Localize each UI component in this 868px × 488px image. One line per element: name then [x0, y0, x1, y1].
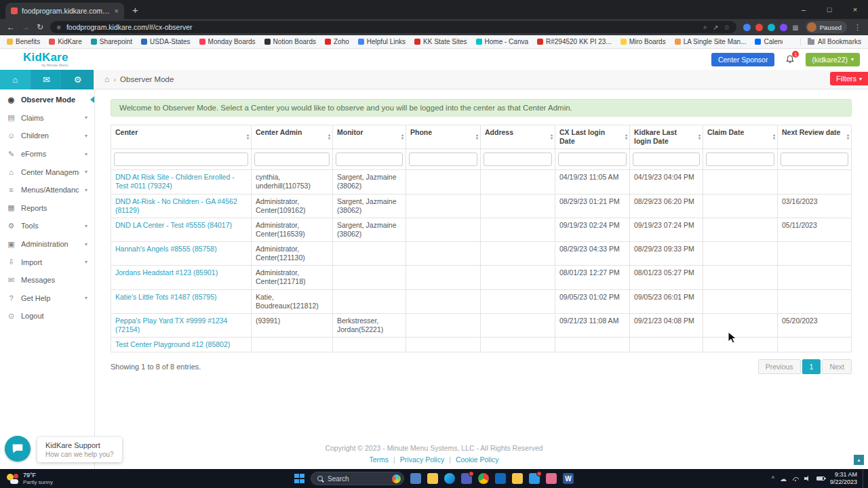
bookmark-sharepoint[interactable]: Sharepoint — [91, 38, 132, 45]
bookmark-zoho[interactable]: Zoho — [325, 38, 349, 45]
sidebar-item-center-management[interactable]: ⌂Center Management▾ — [0, 163, 94, 181]
bookmark-benefits[interactable]: Benefits — [7, 38, 40, 45]
onedrive-icon[interactable]: ☁ — [780, 475, 787, 483]
bookmark-kidkare[interactable]: KidKare — [49, 38, 82, 45]
scroll-to-top-button[interactable]: ▴ — [854, 455, 864, 465]
filter-input-claim-date[interactable] — [706, 152, 774, 166]
minimize-icon[interactable]: – — [791, 5, 816, 14]
filter-input-kidkare-last-login-date[interactable] — [633, 152, 700, 166]
center-link[interactable]: Hannah's Angels #8555 (85758) — [115, 245, 217, 253]
extension-icon[interactable] — [768, 24, 775, 31]
footer-link-cookie-policy[interactable]: Cookie Policy — [456, 455, 499, 464]
filter-input-monitor[interactable] — [336, 152, 403, 166]
sidebar-item-eforms[interactable]: ✎eForms▾ — [0, 145, 94, 163]
search-tabs-icon[interactable]: ⌕ — [703, 23, 707, 31]
paint-icon[interactable] — [546, 473, 557, 484]
sidebar-item-tools[interactable]: ⚙Tools▾ — [0, 217, 94, 235]
footer-link-terms[interactable]: Terms — [369, 455, 389, 464]
show-desktop-button[interactable] — [863, 469, 865, 488]
sidebar-item-messages[interactable]: ✉Messages — [0, 271, 94, 289]
profile-badge[interactable]: Paused — [806, 21, 847, 33]
center-link[interactable]: DND At-Risk - No Children - GA #4562 (81… — [115, 197, 237, 214]
sidebar-item-claims[interactable]: ▤Claims▾ — [0, 109, 94, 127]
sidebar-item-logout[interactable]: ⊙Logout — [0, 307, 94, 325]
outlook-icon[interactable] — [495, 473, 506, 484]
back-icon[interactable]: ← — [7, 22, 15, 32]
center-link[interactable]: DND At Risk Site - Children Enrolled - T… — [115, 173, 235, 190]
forward-icon[interactable]: → — [22, 22, 30, 32]
sidebar-item-administration[interactable]: ▣Administration▾ — [0, 235, 94, 253]
filter-input-center[interactable] — [114, 152, 248, 166]
column-header-center[interactable]: Center▴▾ — [111, 125, 252, 149]
extension-icon[interactable] — [755, 24, 763, 31]
sidebar-item-get-help[interactable]: ?Get Help▾ — [0, 289, 94, 308]
column-header-monitor[interactable]: Monitor▴▾ — [333, 125, 406, 149]
column-header-phone[interactable]: Phone▴▾ — [406, 125, 481, 149]
previous-page-button[interactable]: Previous — [758, 359, 801, 374]
all-bookmarks-button[interactable]: All Bookmarks — [800, 38, 861, 45]
bookmark-kk-state-sites[interactable]: KK State Sites — [414, 38, 467, 45]
tab-close-icon[interactable]: × — [115, 7, 119, 15]
center-link[interactable]: Jordans Headstart #123 (85901) — [115, 268, 218, 277]
chrome-icon[interactable] — [478, 473, 489, 484]
site-settings-icon[interactable]: ≡ — [57, 24, 61, 31]
browser-menu-icon[interactable]: ⋮ — [854, 23, 861, 32]
bookmark-miro-boards[interactable]: Miro Boards — [620, 38, 666, 45]
nav-home-tile[interactable]: ⌂ — [0, 70, 31, 89]
next-page-button[interactable]: Next — [822, 359, 852, 374]
wifi-icon[interactable] — [792, 476, 799, 481]
bookmark-r-294520-kk-pi-23[interactable]: R#294520 KK PI 23... — [537, 38, 612, 45]
nav-settings-tile[interactable]: ⚙ — [62, 70, 94, 89]
center-link[interactable]: DND LA Center - Test #5555 (84017) — [115, 221, 232, 229]
extension-icon[interactable] — [743, 24, 751, 31]
bookmark-notion-boards[interactable]: Notion Boards — [264, 38, 316, 45]
new-tab-button[interactable]: + — [132, 4, 138, 16]
task-view-icon[interactable] — [410, 473, 421, 484]
refresh-icon[interactable]: ↻ — [37, 22, 43, 32]
sidebar-item-children[interactable]: ☺Children▾ — [0, 127, 94, 145]
filter-input-next-review-date[interactable] — [781, 152, 848, 166]
column-header-claim-date[interactable]: Claim Date▴▾ — [703, 125, 778, 149]
filter-input-address[interactable] — [484, 152, 552, 166]
bookmark-home-canva[interactable]: Home - Canva — [476, 38, 528, 45]
url-field[interactable]: ≡ foodprogram.kidkare.com/#/cx-observer … — [50, 21, 736, 33]
bookmark-usda-states[interactable]: USDA-States — [141, 38, 190, 45]
volume-icon[interactable] — [804, 476, 811, 481]
column-header-next-review-date[interactable]: Next Review date▴▾ — [778, 125, 852, 149]
filters-button[interactable]: Filters ▾ — [830, 72, 868, 85]
filter-input-center-admin[interactable] — [254, 152, 330, 166]
center-link[interactable]: Peppa's Play Yard TX #9999 #1234 (72154) — [115, 317, 227, 333]
sidebar-item-reports[interactable]: ▦Reports — [0, 199, 94, 218]
file-explorer-icon[interactable] — [427, 473, 438, 484]
photos-icon[interactable] — [529, 473, 540, 484]
chat-button[interactable] — [5, 436, 31, 462]
weather-widget[interactable]: 79°F Partly sunny — [0, 472, 60, 485]
nav-messages-tile[interactable]: ✉ — [31, 70, 62, 89]
tray-expand-icon[interactable]: ^ — [772, 475, 774, 482]
bookmark-calendly[interactable]: Calendly — [755, 38, 783, 45]
share-icon[interactable]: ↗ — [713, 24, 718, 31]
center-sponsor-button[interactable]: Center Sponsor — [711, 53, 775, 66]
column-header-kidkare-last-login-date[interactable]: Kidkare Last login Date▴▾ — [630, 125, 703, 149]
center-link[interactable]: Test Center Playground #12 (85802) — [115, 340, 230, 348]
start-button[interactable] — [294, 474, 304, 484]
filter-input-phone[interactable] — [409, 152, 477, 166]
browser-tab[interactable]: foodprogram.kidkare.com/#/c... × — [5, 3, 124, 19]
center-link[interactable]: Katie's Little Tots #1487 (85795) — [115, 293, 217, 301]
extensions-puzzle-icon[interactable]: ▦ — [792, 24, 798, 31]
edge-icon[interactable] — [444, 473, 455, 484]
kidkare-logo[interactable]: KidKare by Minute Menu — [23, 52, 68, 68]
word-icon[interactable]: W — [563, 473, 574, 484]
column-header-address[interactable]: Address▴▾ — [481, 125, 555, 149]
sidebar-item-menus-attendance[interactable]: ≡Menus/Attendance▾ — [0, 181, 94, 199]
close-icon[interactable]: × — [842, 5, 868, 14]
column-header-cx-last-login-date[interactable]: CX Last login Date▴▾ — [555, 125, 630, 149]
sidebar-item-import[interactable]: ⇩Import▾ — [0, 253, 94, 271]
folder-icon[interactable] — [512, 473, 523, 484]
notifications-button[interactable]: 1 — [785, 54, 795, 64]
battery-icon[interactable] — [816, 476, 825, 481]
bookmark-monday-boards[interactable]: Monday Boards — [199, 38, 256, 45]
chat-tooltip[interactable]: KidKare Support How can we help you? — [37, 437, 122, 462]
extension-icon[interactable] — [780, 24, 787, 31]
breadcrumb-home-icon[interactable]: ⌂ — [104, 75, 109, 84]
